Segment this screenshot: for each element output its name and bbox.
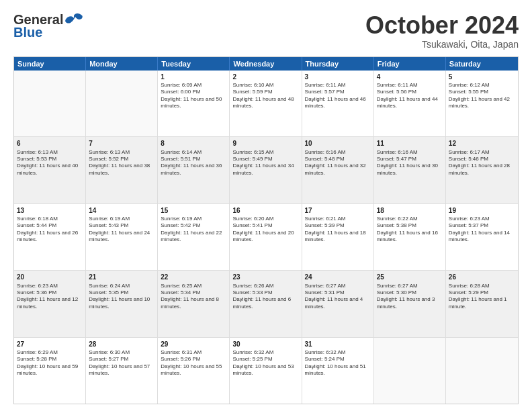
cell-info: Sunrise: 6:17 AM Sunset: 5:46 PM Dayligh… xyxy=(449,149,515,177)
calendar-cell: 7Sunrise: 6:13 AM Sunset: 5:52 PM Daylig… xyxy=(86,137,158,203)
calendar-cell: 18Sunrise: 6:22 AM Sunset: 5:38 PM Dayli… xyxy=(374,204,446,270)
day-number: 11 xyxy=(377,139,443,148)
logo: General Blue xyxy=(13,12,83,40)
day-number: 3 xyxy=(305,73,371,82)
cell-info: Sunrise: 6:30 AM Sunset: 5:27 PM Dayligh… xyxy=(89,349,154,377)
calendar-cell: 24Sunrise: 6:27 AM Sunset: 5:31 PM Dayli… xyxy=(302,271,374,336)
calendar: Sunday Monday Tuesday Wednesday Thursday… xyxy=(13,56,519,404)
cell-info: Sunrise: 6:19 AM Sunset: 5:42 PM Dayligh… xyxy=(161,216,226,244)
cell-info: Sunrise: 6:28 AM Sunset: 5:29 PM Dayligh… xyxy=(449,283,515,311)
header: General Blue October 2024 Tsukawaki, Oit… xyxy=(13,12,519,50)
cell-info: Sunrise: 6:27 AM Sunset: 5:30 PM Dayligh… xyxy=(377,283,443,311)
calendar-cell: 16Sunrise: 6:20 AM Sunset: 5:41 PM Dayli… xyxy=(230,204,302,270)
calendar-row: 27Sunrise: 6:29 AM Sunset: 5:28 PM Dayli… xyxy=(14,337,518,404)
header-tuesday: Tuesday xyxy=(158,57,230,71)
calendar-cell: 23Sunrise: 6:26 AM Sunset: 5:33 PM Dayli… xyxy=(230,271,302,336)
day-number: 22 xyxy=(161,273,226,282)
day-number: 2 xyxy=(232,73,298,82)
calendar-cell: 29Sunrise: 6:31 AM Sunset: 5:26 PM Dayli… xyxy=(158,338,230,404)
cell-info: Sunrise: 6:13 AM Sunset: 5:52 PM Dayligh… xyxy=(89,149,154,177)
calendar-cell xyxy=(374,338,446,404)
cell-info: Sunrise: 6:27 AM Sunset: 5:31 PM Dayligh… xyxy=(305,283,371,311)
day-number: 6 xyxy=(17,139,83,148)
cell-info: Sunrise: 6:32 AM Sunset: 5:25 PM Dayligh… xyxy=(232,349,298,377)
calendar-cell: 31Sunrise: 6:32 AM Sunset: 5:24 PM Dayli… xyxy=(302,338,374,404)
calendar-cell: 13Sunrise: 6:18 AM Sunset: 5:44 PM Dayli… xyxy=(14,204,86,270)
day-number: 19 xyxy=(449,206,515,216)
calendar-cell: 1Sunrise: 6:09 AM Sunset: 6:00 PM Daylig… xyxy=(158,71,230,136)
cell-info: Sunrise: 6:14 AM Sunset: 5:51 PM Dayligh… xyxy=(161,149,226,177)
calendar-cell: 19Sunrise: 6:23 AM Sunset: 5:37 PM Dayli… xyxy=(446,204,518,270)
logo-bird-icon xyxy=(64,13,83,28)
calendar-row: 1Sunrise: 6:09 AM Sunset: 6:00 PM Daylig… xyxy=(14,71,518,136)
month-title: October 2024 xyxy=(365,12,519,39)
calendar-cell: 5Sunrise: 6:12 AM Sunset: 5:55 PM Daylig… xyxy=(446,71,518,136)
title-section: October 2024 Tsukawaki, Oita, Japan xyxy=(365,12,519,50)
day-number: 21 xyxy=(89,273,154,282)
day-number: 23 xyxy=(232,273,298,282)
cell-info: Sunrise: 6:22 AM Sunset: 5:38 PM Dayligh… xyxy=(377,216,443,244)
calendar-cell: 3Sunrise: 6:11 AM Sunset: 5:57 PM Daylig… xyxy=(302,71,374,136)
day-number: 8 xyxy=(161,139,226,148)
calendar-cell: 8Sunrise: 6:14 AM Sunset: 5:51 PM Daylig… xyxy=(158,137,230,203)
day-number: 14 xyxy=(89,206,154,216)
day-number: 4 xyxy=(377,73,443,82)
day-number: 1 xyxy=(161,73,226,82)
header-wednesday: Wednesday xyxy=(230,57,302,71)
cell-info: Sunrise: 6:11 AM Sunset: 5:56 PM Dayligh… xyxy=(377,82,443,110)
header-saturday: Saturday xyxy=(446,57,518,71)
cell-info: Sunrise: 6:15 AM Sunset: 5:49 PM Dayligh… xyxy=(232,149,298,177)
calendar-cell xyxy=(446,338,518,404)
calendar-cell: 17Sunrise: 6:21 AM Sunset: 5:39 PM Dayli… xyxy=(302,204,374,270)
calendar-cell xyxy=(86,71,158,136)
calendar-cell: 6Sunrise: 6:13 AM Sunset: 5:53 PM Daylig… xyxy=(14,137,86,203)
calendar-row: 20Sunrise: 6:23 AM Sunset: 5:36 PM Dayli… xyxy=(14,270,518,336)
cell-info: Sunrise: 6:09 AM Sunset: 6:00 PM Dayligh… xyxy=(161,82,226,110)
calendar-cell: 27Sunrise: 6:29 AM Sunset: 5:28 PM Dayli… xyxy=(14,338,86,404)
day-number: 26 xyxy=(449,273,515,282)
calendar-cell: 25Sunrise: 6:27 AM Sunset: 5:30 PM Dayli… xyxy=(374,271,446,336)
cell-info: Sunrise: 6:11 AM Sunset: 5:57 PM Dayligh… xyxy=(305,82,371,110)
cell-info: Sunrise: 6:13 AM Sunset: 5:53 PM Dayligh… xyxy=(17,149,83,177)
header-sunday: Sunday xyxy=(14,57,86,71)
subtitle: Tsukawaki, Oita, Japan xyxy=(365,39,519,50)
day-number: 29 xyxy=(161,340,226,349)
calendar-header: Sunday Monday Tuesday Wednesday Thursday… xyxy=(14,57,518,71)
calendar-row: 6Sunrise: 6:13 AM Sunset: 5:53 PM Daylig… xyxy=(14,136,518,203)
day-number: 9 xyxy=(232,139,298,148)
calendar-cell: 10Sunrise: 6:16 AM Sunset: 5:48 PM Dayli… xyxy=(302,137,374,203)
cell-info: Sunrise: 6:25 AM Sunset: 5:34 PM Dayligh… xyxy=(161,283,226,311)
day-number: 15 xyxy=(161,206,226,216)
day-number: 5 xyxy=(449,73,515,82)
cell-info: Sunrise: 6:16 AM Sunset: 5:47 PM Dayligh… xyxy=(377,149,443,177)
day-number: 27 xyxy=(17,340,83,349)
cell-info: Sunrise: 6:19 AM Sunset: 5:43 PM Dayligh… xyxy=(89,216,154,244)
cell-info: Sunrise: 6:12 AM Sunset: 5:55 PM Dayligh… xyxy=(449,82,515,110)
calendar-cell: 26Sunrise: 6:28 AM Sunset: 5:29 PM Dayli… xyxy=(446,271,518,336)
cell-info: Sunrise: 6:29 AM Sunset: 5:28 PM Dayligh… xyxy=(17,349,83,377)
logo-blue: Blue xyxy=(13,25,42,40)
day-number: 17 xyxy=(305,206,371,216)
calendar-cell: 22Sunrise: 6:25 AM Sunset: 5:34 PM Dayli… xyxy=(158,271,230,336)
calendar-cell: 30Sunrise: 6:32 AM Sunset: 5:25 PM Dayli… xyxy=(230,338,302,404)
calendar-cell: 15Sunrise: 6:19 AM Sunset: 5:42 PM Dayli… xyxy=(158,204,230,270)
calendar-cell xyxy=(14,71,86,136)
calendar-cell: 4Sunrise: 6:11 AM Sunset: 5:56 PM Daylig… xyxy=(374,71,446,136)
calendar-cell: 11Sunrise: 6:16 AM Sunset: 5:47 PM Dayli… xyxy=(374,137,446,203)
day-number: 25 xyxy=(377,273,443,282)
day-number: 30 xyxy=(232,340,298,349)
day-number: 13 xyxy=(17,206,83,216)
day-number: 7 xyxy=(89,139,154,148)
day-number: 18 xyxy=(377,206,443,216)
cell-info: Sunrise: 6:32 AM Sunset: 5:24 PM Dayligh… xyxy=(305,349,371,377)
cell-info: Sunrise: 6:16 AM Sunset: 5:48 PM Dayligh… xyxy=(305,149,371,177)
cell-info: Sunrise: 6:10 AM Sunset: 5:59 PM Dayligh… xyxy=(232,82,298,110)
cell-info: Sunrise: 6:23 AM Sunset: 5:36 PM Dayligh… xyxy=(17,283,83,311)
calendar-body: 1Sunrise: 6:09 AM Sunset: 6:00 PM Daylig… xyxy=(14,71,518,404)
calendar-cell: 12Sunrise: 6:17 AM Sunset: 5:46 PM Dayli… xyxy=(446,137,518,203)
page: General Blue October 2024 Tsukawaki, Oit… xyxy=(0,0,532,411)
day-number: 28 xyxy=(89,340,154,349)
cell-info: Sunrise: 6:23 AM Sunset: 5:37 PM Dayligh… xyxy=(449,216,515,244)
calendar-cell: 9Sunrise: 6:15 AM Sunset: 5:49 PM Daylig… xyxy=(230,137,302,203)
day-number: 12 xyxy=(449,139,515,148)
